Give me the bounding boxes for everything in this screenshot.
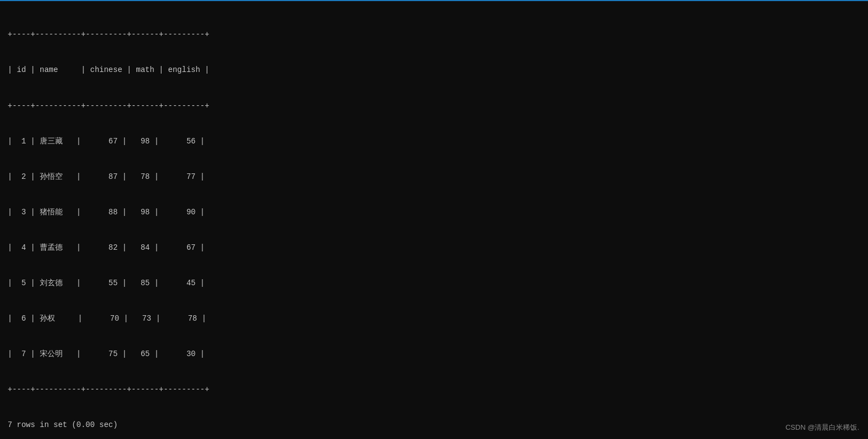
table1-row-3: | 3 | 猪悟能 | 88 | 98 | 90 | [8, 207, 860, 219]
table1-row-1: | 1 | 唐三藏 | 67 | 98 | 56 | [8, 136, 860, 148]
table1-divider: +----+----------+---------+------+------… [8, 100, 860, 112]
table1-row-7: | 7 | 宋公明 | 75 | 65 | 30 | [8, 348, 860, 360]
table1-row-2: | 2 | 孙悟空 | 87 | 78 | 77 | [8, 171, 860, 183]
watermark: CSDN @清晨白米稀饭. [786, 423, 859, 432]
table1-top-border: +----+----------+---------+------+------… [8, 29, 860, 41]
table1-row-5: | 5 | 刘玄德 | 55 | 85 | 45 | [8, 278, 860, 290]
table1-header: | id | name | chinese | math | english | [8, 64, 860, 76]
table1-row-4: | 4 | 曹孟德 | 82 | 84 | 67 | [8, 242, 860, 254]
terminal-output: +----+----------+---------+------+------… [8, 5, 860, 439]
table1-row-6: | 6 | 孙权 | 70 | 73 | 78 | [8, 313, 860, 325]
table1-row-count: 7 rows in set (0.00 sec) [8, 419, 860, 431]
table1-bottom-border: +----+----------+---------+------+------… [8, 384, 860, 396]
